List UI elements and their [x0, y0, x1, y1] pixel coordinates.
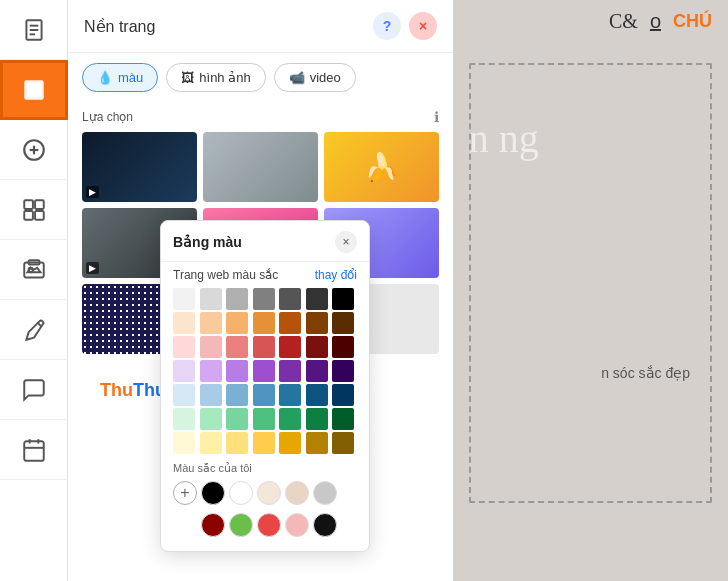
sidebar-item-background[interactable]	[0, 60, 68, 120]
color-cell[interactable]	[253, 432, 275, 454]
color-cell[interactable]	[226, 360, 248, 382]
canvas-area: C& o CHÚ an ng n sóc sắc đẹp	[453, 0, 728, 581]
color-popup-close-button[interactable]: ×	[335, 231, 357, 253]
svg-rect-11	[24, 211, 33, 220]
color-swatches-row-1: +	[161, 477, 369, 509]
color-cell[interactable]	[200, 360, 222, 382]
sidebar-item-add[interactable]	[0, 120, 68, 180]
hinh-anh-icon: 🖼	[181, 70, 194, 85]
color-cell[interactable]	[173, 312, 195, 334]
color-cell[interactable]	[279, 384, 301, 406]
swatch-white[interactable]	[229, 481, 253, 505]
color-cell[interactable]	[332, 432, 354, 454]
swatch-red[interactable]	[257, 513, 281, 537]
color-cell[interactable]	[173, 408, 195, 430]
color-cell[interactable]	[226, 312, 248, 334]
color-cell[interactable]	[253, 408, 275, 430]
swatch-gray[interactable]	[313, 481, 337, 505]
color-cell[interactable]	[332, 384, 354, 406]
color-cell[interactable]	[279, 408, 301, 430]
color-cell[interactable]	[279, 360, 301, 382]
color-cell[interactable]	[279, 432, 301, 454]
color-cell[interactable]	[306, 360, 328, 382]
video-badge-4: ▶	[86, 262, 99, 274]
svg-rect-9	[24, 200, 33, 209]
swatch-green[interactable]	[229, 513, 253, 537]
swatch-darkred[interactable]	[201, 513, 225, 537]
svg-rect-12	[35, 211, 44, 220]
color-swatches-row-2	[161, 509, 369, 541]
color-cell[interactable]	[173, 336, 195, 358]
canvas-dashed-border: an ng n sóc sắc đẹp	[469, 63, 712, 503]
sidebar-item-photos[interactable]	[0, 240, 68, 300]
color-popup-change-button[interactable]: thay đổi	[315, 268, 357, 282]
color-cell[interactable]	[200, 288, 222, 310]
thumb-2[interactable]	[203, 132, 318, 202]
color-cell[interactable]	[200, 432, 222, 454]
color-cell[interactable]	[253, 336, 275, 358]
color-cell[interactable]	[253, 360, 275, 382]
tab-hinh-anh-label: hình ảnh	[199, 70, 250, 85]
svg-line-16	[37, 322, 41, 326]
color-cell[interactable]	[279, 336, 301, 358]
canvas-content: an ng n sóc sắc đẹp	[453, 43, 728, 523]
color-cell[interactable]	[253, 384, 275, 406]
color-cell[interactable]	[332, 360, 354, 382]
tab-hinh-anh[interactable]: 🖼 hình ảnh	[166, 63, 265, 92]
color-cell[interactable]	[226, 384, 248, 406]
color-cell[interactable]	[306, 336, 328, 358]
color-cell[interactable]	[279, 288, 301, 310]
sidebar-item-comment[interactable]	[0, 360, 68, 420]
swatch-darkblack[interactable]	[313, 513, 337, 537]
color-grid	[161, 284, 369, 458]
swatch-beige[interactable]	[257, 481, 281, 505]
color-cell[interactable]	[306, 408, 328, 430]
color-cell[interactable]	[173, 432, 195, 454]
color-cell[interactable]	[306, 384, 328, 406]
color-cell[interactable]	[332, 288, 354, 310]
color-cell[interactable]	[200, 384, 222, 406]
color-cell[interactable]	[200, 312, 222, 334]
thumb-1[interactable]: ▶	[82, 132, 197, 202]
swatch-tan[interactable]	[285, 481, 309, 505]
color-cell[interactable]	[226, 288, 248, 310]
color-cell[interactable]	[332, 336, 354, 358]
tab-video[interactable]: 📹 video	[274, 63, 356, 92]
color-cell[interactable]	[306, 288, 328, 310]
close-button[interactable]: ×	[409, 12, 437, 40]
color-cell[interactable]	[226, 336, 248, 358]
mau-icon: 💧	[97, 70, 113, 85]
color-cell[interactable]	[253, 312, 275, 334]
color-cell[interactable]	[332, 408, 354, 430]
canvas-chu: CHÚ	[673, 11, 712, 32]
panel-title: Nền trang	[84, 17, 155, 36]
thumb-3[interactable]: 🍌	[324, 132, 439, 202]
sidebar-item-grid[interactable]	[0, 180, 68, 240]
swatch-pink[interactable]	[285, 513, 309, 537]
sidebar-item-pages[interactable]	[0, 0, 68, 60]
color-popup-title: Bảng màu	[173, 234, 242, 250]
add-color-button[interactable]: +	[173, 481, 197, 505]
info-icon: ℹ	[434, 109, 439, 125]
canvas-script-text: an ng	[469, 115, 539, 162]
color-cell[interactable]	[173, 384, 195, 406]
color-cell[interactable]	[200, 408, 222, 430]
color-cell[interactable]	[253, 288, 275, 310]
color-cell[interactable]	[200, 336, 222, 358]
svg-rect-17	[24, 441, 44, 461]
tab-video-label: video	[310, 70, 341, 85]
color-cell[interactable]	[173, 360, 195, 382]
sidebar-item-calendar[interactable]	[0, 420, 68, 480]
color-cell[interactable]	[279, 312, 301, 334]
color-cell[interactable]	[226, 432, 248, 454]
color-cell[interactable]	[226, 408, 248, 430]
color-cell[interactable]	[332, 312, 354, 334]
color-cell[interactable]	[173, 288, 195, 310]
sidebar-item-pen[interactable]	[0, 300, 68, 360]
swatch-black[interactable]	[201, 481, 225, 505]
color-cell[interactable]	[306, 312, 328, 334]
help-button[interactable]: ?	[373, 12, 401, 40]
section-divider: Màu sắc của tôi	[161, 458, 369, 477]
tab-mau[interactable]: 💧 màu	[82, 63, 158, 92]
color-cell[interactable]	[306, 432, 328, 454]
